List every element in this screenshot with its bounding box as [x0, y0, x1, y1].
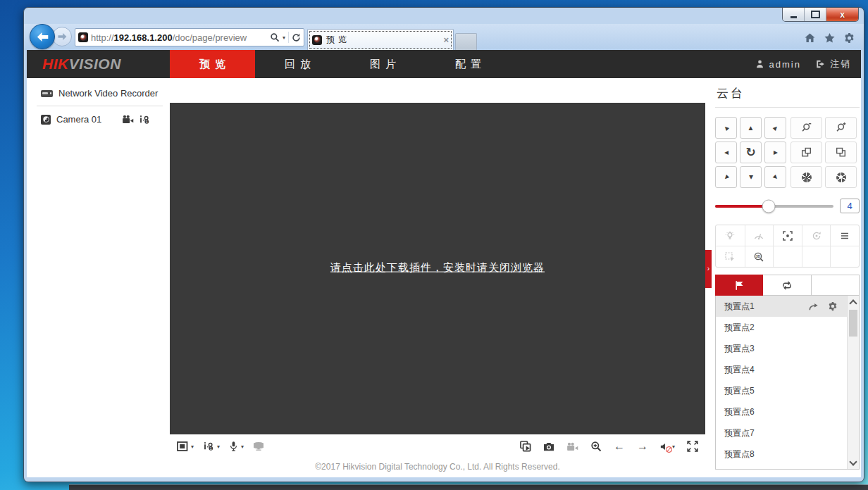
tab-picture[interactable]: 图片 [340, 50, 426, 78]
preset-item[interactable]: 预置点7 [716, 422, 847, 444]
search-icon[interactable] [270, 32, 280, 42]
browser-chrome: http://192.168.1.200/doc/page/preview ▾ … [24, 24, 864, 50]
slider-knob[interactable] [762, 199, 775, 213]
preset-item[interactable]: 预置点8 [716, 444, 847, 465]
manual-tracking-button[interactable] [716, 246, 745, 267]
address-bar[interactable]: http://192.168.1.200/doc/page/preview ▾ [75, 28, 304, 46]
ptz-down-button[interactable]: ▲ [740, 166, 762, 188]
window-division-button[interactable]: ▾ [177, 441, 194, 451]
zoom-out-button[interactable] [790, 117, 822, 139]
user-menu[interactable]: admin [755, 59, 801, 70]
next-page-button[interactable]: → [637, 441, 648, 452]
panel-expand-handle[interactable]: › [705, 250, 712, 288]
capture-button[interactable] [543, 442, 554, 451]
scrollbar-thumb[interactable] [849, 310, 857, 337]
audio-button[interactable]: ▾ [660, 442, 675, 451]
menu-button[interactable] [830, 225, 859, 246]
preset-item-selected[interactable]: 预置点1 [716, 296, 847, 317]
forward-button[interactable] [52, 27, 72, 46]
digital-zoom-button[interactable] [590, 441, 602, 452]
microphone-icon [229, 441, 238, 452]
tab-configuration[interactable]: 配置 [426, 50, 511, 78]
lens-init-button[interactable] [802, 225, 831, 246]
aux-row-2: 3D [716, 246, 859, 267]
lens-init-icon [812, 231, 822, 241]
preset-scrollbar[interactable] [847, 296, 859, 469]
back-button[interactable] [30, 24, 55, 49]
speed-slider[interactable] [715, 205, 833, 208]
tab-close-icon[interactable]: × [443, 34, 449, 45]
device-root-item[interactable]: Network Video Recorder [27, 88, 170, 99]
ptz-down-left-button[interactable]: ▲ [715, 166, 737, 188]
set-preset-gear-icon[interactable] [828, 301, 838, 311]
fisheye-button[interactable] [253, 441, 264, 451]
ptz-down-right-button[interactable]: ▲ [764, 166, 786, 188]
zoom-in-icon [836, 122, 846, 133]
tab-favicon [312, 35, 322, 45]
iris-close-button[interactable] [790, 166, 822, 188]
wiper-button[interactable] [745, 225, 774, 246]
ptz-left-button[interactable]: ▲ [715, 142, 737, 163]
settings-gear-icon[interactable] [843, 32, 855, 44]
two-way-audio-button[interactable]: ▾ [229, 441, 244, 452]
patrol-tab[interactable] [763, 275, 811, 296]
focus-near-button[interactable] [790, 142, 822, 163]
triangle-icon: ▲ [770, 172, 780, 182]
camera-list-item[interactable]: Camera 01 1 [27, 114, 170, 125]
start-live-view-icon[interactable] [122, 115, 134, 125]
caret-down-icon: ▾ [241, 444, 244, 450]
zoom-3d-button[interactable]: 3D [745, 246, 774, 267]
preset-tab[interactable] [715, 275, 763, 296]
refresh-icon[interactable] [292, 33, 301, 42]
caret-down-icon: ▾ [191, 444, 194, 450]
tab-playback[interactable]: 回放 [255, 50, 340, 78]
logout-button[interactable]: 注销 [815, 58, 851, 70]
auxiliary-focus-button[interactable] [773, 225, 802, 246]
start-all-live-button[interactable] [520, 441, 531, 452]
fullscreen-button[interactable] [687, 441, 698, 452]
light-bulb-icon [725, 231, 735, 241]
preset-item[interactable]: 预置点3 [716, 338, 847, 359]
auto-scan-icon: ↻ [745, 145, 755, 160]
previous-page-button[interactable]: ← [614, 441, 625, 452]
tab-preview[interactable]: 预览 [170, 50, 255, 78]
maximize-button[interactable] [805, 8, 826, 21]
preset-item[interactable]: 预置点2 [716, 317, 847, 338]
ptz-right-button[interactable]: ▲ [764, 142, 786, 163]
light-button[interactable] [716, 225, 745, 246]
close-button[interactable]: x [826, 8, 858, 21]
speaker-muted-icon [660, 442, 669, 451]
camera-label: Camera 01 [56, 114, 101, 125]
ptz-auto-scan-button[interactable]: ↻ [740, 142, 762, 163]
ptz-up-right-button[interactable]: ▲ [764, 117, 786, 139]
preset-item[interactable]: 预置点6 [716, 401, 847, 422]
taskbar[interactable] [69, 484, 868, 490]
plugin-download-link[interactable]: 请点击此处下载插件，安装时请关闭浏览器 [170, 260, 705, 274]
address-dropdown-icon[interactable]: ▾ [283, 34, 285, 41]
url-text[interactable]: http://192.168.1.200/doc/page/preview [91, 32, 267, 43]
scroll-down-arrow[interactable] [848, 457, 859, 468]
focus-far-button[interactable] [825, 142, 857, 163]
triangle-icon: ▲ [770, 122, 780, 132]
favorites-star-icon[interactable] [824, 32, 836, 44]
call-preset-icon[interactable] [808, 302, 819, 311]
browser-tab[interactable]: 预览 × [307, 29, 454, 50]
preset-item[interactable]: 预置点4 [716, 359, 847, 380]
main-nav: HIKVISION 预览 回放 图片 配置 admin 注销 [27, 50, 861, 78]
stream-type-icon[interactable]: 1 [139, 115, 150, 125]
minimize-button[interactable] [783, 8, 805, 21]
ptz-up-button[interactable]: ▲ [740, 117, 762, 139]
zoom-in-button[interactable] [825, 117, 857, 139]
toolbar-left-group: ▾ 1 ▾ ▾ [177, 441, 264, 452]
home-icon[interactable] [804, 32, 816, 44]
preset-item[interactable]: 预置点5 [716, 380, 847, 401]
stream-select-button[interactable]: 1 ▾ [203, 441, 220, 451]
new-tab-button[interactable] [455, 33, 477, 50]
ptz-up-left-button[interactable]: ▲ [715, 117, 737, 139]
scroll-up-arrow[interactable] [848, 296, 859, 308]
iris-open-button[interactable] [825, 166, 857, 188]
pattern-tab[interactable] [812, 275, 860, 296]
window-titlebar[interactable]: x [24, 8, 864, 24]
tab-title: 预览 [326, 34, 439, 46]
record-button[interactable] [566, 442, 578, 451]
